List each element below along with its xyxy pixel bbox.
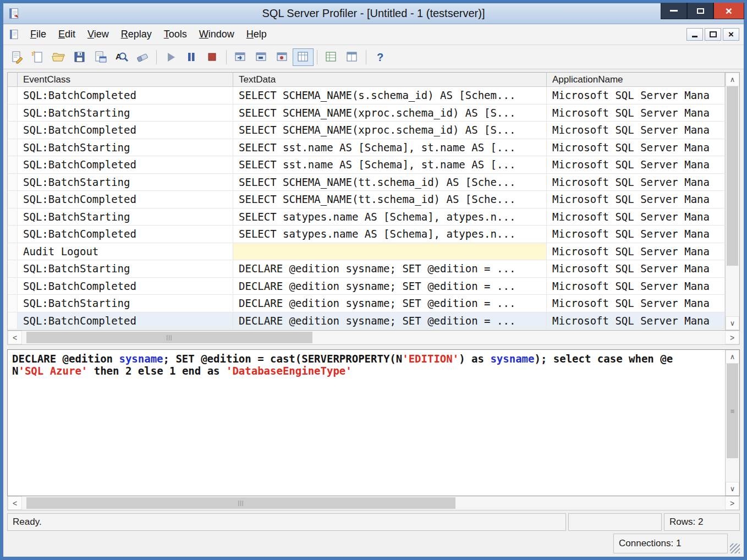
toggle-breakpoint-button[interactable] bbox=[272, 48, 293, 66]
scroll-thumb[interactable]: ||| bbox=[26, 497, 455, 509]
menu-item-edit[interactable]: Edit bbox=[52, 26, 81, 43]
table-row[interactable]: SQL:BatchStartingSELECT satypes.name AS … bbox=[8, 208, 725, 226]
stop-replay-button[interactable] bbox=[202, 48, 223, 66]
grid-body: SQL:BatchCompletedSELECT SCHEMA_NAME(s.s… bbox=[8, 87, 725, 330]
mdi-minimize-button[interactable] bbox=[686, 28, 703, 41]
scroll-left-button[interactable]: < bbox=[8, 331, 22, 344]
menu-item-window[interactable]: Window bbox=[193, 26, 240, 43]
mdi-close-icon: × bbox=[728, 30, 734, 39]
scroll-right-button[interactable]: > bbox=[725, 496, 739, 510]
window-controls: × bbox=[661, 3, 744, 19]
scroll-left-button[interactable]: < bbox=[8, 496, 22, 510]
scroll-track[interactable] bbox=[726, 86, 739, 316]
find-button[interactable]: A bbox=[111, 48, 132, 66]
save-trace-button[interactable] bbox=[69, 48, 90, 66]
scroll-down-button[interactable]: ∨ bbox=[726, 482, 739, 496]
properties-button[interactable] bbox=[90, 48, 111, 66]
sql-token: sysname bbox=[119, 353, 163, 365]
detail-text[interactable]: DECLARE @edition sysname; SET @edition =… bbox=[8, 350, 725, 496]
minimize-button[interactable] bbox=[661, 3, 687, 19]
close-icon: × bbox=[726, 5, 732, 17]
table-row[interactable]: SQL:BatchStartingSELECT sst.name AS [Sch… bbox=[8, 139, 725, 157]
menu-item-file[interactable]: File bbox=[24, 26, 52, 43]
clear-trace-icon bbox=[135, 50, 150, 64]
mdi-restore-button[interactable] bbox=[705, 28, 721, 41]
table-row[interactable]: SQL:BatchCompletedSELECT SCHEMA_NAME(tt.… bbox=[8, 191, 725, 208]
open-trace-button[interactable] bbox=[48, 48, 69, 66]
grid-horizontal-scrollbar[interactable]: < ||| > bbox=[7, 331, 740, 345]
text-data-cell: DECLARE @edition sysname; SET @edition =… bbox=[233, 312, 547, 330]
menu-item-view[interactable]: View bbox=[81, 26, 115, 43]
detail-vertical-scrollbar[interactable]: ∧ ≡ ∨ bbox=[725, 350, 739, 496]
scroll-down-button[interactable]: ∨ bbox=[726, 316, 739, 330]
application-name-cell: Microsoft SQL Server Mana bbox=[547, 105, 725, 122]
table-row[interactable]: SQL:BatchStartingDECLARE @edition sysnam… bbox=[8, 295, 725, 312]
scroll-thumb[interactable]: ||| bbox=[26, 332, 312, 343]
row-header-cell bbox=[8, 208, 18, 226]
maximize-button[interactable] bbox=[687, 3, 713, 19]
start-replay-button[interactable] bbox=[160, 48, 181, 66]
run-to-cursor-button[interactable] bbox=[251, 48, 272, 66]
status-bar-connections: Connections: 1 bbox=[7, 534, 740, 553]
scroll-track[interactable]: ||| bbox=[22, 496, 725, 510]
menu-item-replay[interactable]: Replay bbox=[115, 26, 158, 43]
table-row[interactable]: SQL:BatchCompletedSELECT SCHEMA_NAME(s.s… bbox=[8, 87, 725, 105]
help-button[interactable]: ? bbox=[370, 48, 391, 66]
table-row[interactable]: SQL:BatchCompletedDECLARE @edition sysna… bbox=[8, 278, 725, 295]
new-trace-button[interactable] bbox=[7, 48, 28, 66]
column-header-applicationname[interactable]: ApplicationName bbox=[547, 73, 725, 86]
clear-trace-button[interactable] bbox=[132, 48, 153, 66]
application-name-cell: Microsoft SQL Server Mana bbox=[547, 278, 725, 295]
grip-icon: ≡ bbox=[730, 407, 735, 415]
column-header-eventclass[interactable]: EventClass bbox=[18, 73, 233, 86]
sql-token: 'EDITION' bbox=[402, 353, 459, 365]
pause-replay-button[interactable] bbox=[181, 48, 202, 66]
table-row[interactable]: Audit LogoutMicrosoft SQL Server Mana bbox=[8, 243, 725, 261]
new-document-button[interactable] bbox=[28, 48, 48, 66]
event-class-cell: SQL:BatchCompleted bbox=[18, 191, 233, 208]
window-layout-button[interactable] bbox=[342, 48, 362, 66]
profiler-window: SQL Server Profiler - [Untitled - 1 (tes… bbox=[0, 0, 747, 560]
title-bar[interactable]: SQL Server Profiler - [Untitled - 1 (tes… bbox=[3, 3, 744, 24]
scroll-track[interactable]: ≡ bbox=[726, 364, 739, 482]
table-row[interactable]: SQL:BatchCompletedSELECT satypes.name AS… bbox=[8, 226, 725, 243]
scroll-thumb[interactable] bbox=[727, 86, 738, 266]
resize-grip[interactable] bbox=[730, 543, 740, 553]
close-button[interactable]: × bbox=[713, 3, 744, 19]
table-row[interactable]: SQL:BatchStartingDECLARE @edition sysnam… bbox=[8, 260, 725, 278]
mdi-close-button[interactable]: × bbox=[723, 28, 739, 41]
minimize-icon bbox=[670, 10, 678, 12]
row-header-cell bbox=[8, 105, 18, 122]
table-row[interactable]: SQL:BatchCompletedDECLARE @edition sysna… bbox=[8, 312, 725, 330]
scroll-thumb[interactable]: ≡ bbox=[727, 364, 738, 458]
sql-line: N'SQL Azure' then 2 else 1 end as 'Datab… bbox=[12, 365, 721, 377]
menu-item-tools[interactable]: Tools bbox=[158, 26, 193, 43]
event-class-cell: SQL:BatchCompleted bbox=[18, 87, 233, 104]
scroll-right-button[interactable]: > bbox=[725, 331, 739, 344]
grid-results-button[interactable] bbox=[321, 48, 342, 66]
event-class-cell: SQL:BatchCompleted bbox=[18, 156, 233, 173]
toolbar-separator bbox=[317, 50, 317, 64]
table-row[interactable]: SQL:BatchCompletedSELECT sst.name AS [Sc… bbox=[8, 156, 725, 174]
pause-replay-icon bbox=[184, 50, 199, 64]
organize-columns-button[interactable] bbox=[293, 48, 314, 66]
scroll-up-button[interactable]: ∧ bbox=[726, 350, 739, 364]
window-layout-icon bbox=[345, 50, 359, 64]
toolbar: A? bbox=[3, 45, 744, 69]
execute-one-step-button[interactable] bbox=[230, 48, 251, 66]
scroll-track[interactable]: ||| bbox=[22, 331, 725, 344]
menu-item-help[interactable]: Help bbox=[240, 26, 273, 43]
table-row[interactable]: SQL:BatchStartingSELECT SCHEMA_NAME(tt.s… bbox=[8, 174, 725, 191]
column-header-textdata[interactable]: TextData bbox=[233, 73, 547, 86]
scroll-up-button[interactable]: ∧ bbox=[726, 73, 739, 86]
event-class-cell: SQL:BatchStarting bbox=[18, 260, 233, 277]
application-name-cell: Microsoft SQL Server Mana bbox=[547, 226, 725, 243]
detail-horizontal-scrollbar[interactable]: < ||| > bbox=[7, 496, 740, 510]
run-to-cursor-icon bbox=[254, 50, 268, 64]
grid-vertical-scrollbar[interactable]: ∧ ∨ bbox=[725, 73, 739, 330]
sql-token: ); select case when @e bbox=[534, 353, 673, 365]
row-header-cell bbox=[8, 243, 18, 260]
table-row[interactable]: SQL:BatchStartingSELECT SCHEMA_NAME(xpro… bbox=[8, 105, 725, 122]
table-row[interactable]: SQL:BatchCompletedSELECT SCHEMA_NAME(xpr… bbox=[8, 122, 725, 139]
toolbar-separator bbox=[156, 50, 157, 64]
